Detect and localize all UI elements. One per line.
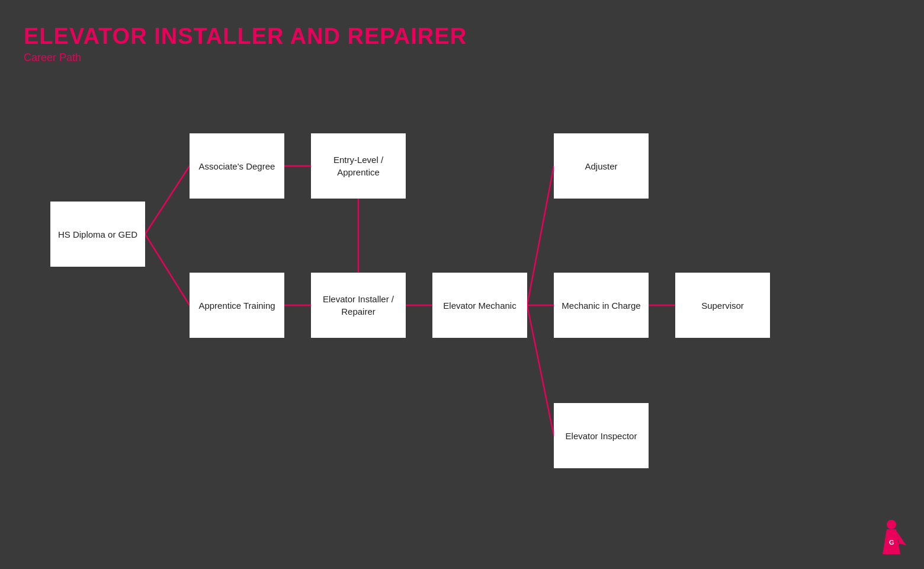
node-supervisor: Supervisor xyxy=(675,273,770,338)
node-associates-degree: Associate's Degree xyxy=(190,133,284,199)
node-adjuster: Adjuster xyxy=(554,133,649,199)
career-diagram: HS Diploma or GED Associate's Degree App… xyxy=(0,0,924,569)
svg-point-10 xyxy=(887,520,896,529)
logo: G xyxy=(877,519,906,557)
node-elevator-mechanic: Elevator Mechanic xyxy=(432,273,527,338)
node-entry-level: Entry-Level / Apprentice xyxy=(311,133,406,199)
node-elevator-installer: Elevator Installer / Repairer xyxy=(311,273,406,338)
logo-icon: G xyxy=(877,519,906,557)
node-hs-diploma: HS Diploma or GED xyxy=(50,202,145,267)
node-apprentice-training: Apprentice Training xyxy=(190,273,284,338)
node-mechanic-in-charge: Mechanic in Charge xyxy=(554,273,649,338)
svg-text:G: G xyxy=(889,539,894,546)
node-elevator-inspector: Elevator Inspector xyxy=(554,403,649,468)
